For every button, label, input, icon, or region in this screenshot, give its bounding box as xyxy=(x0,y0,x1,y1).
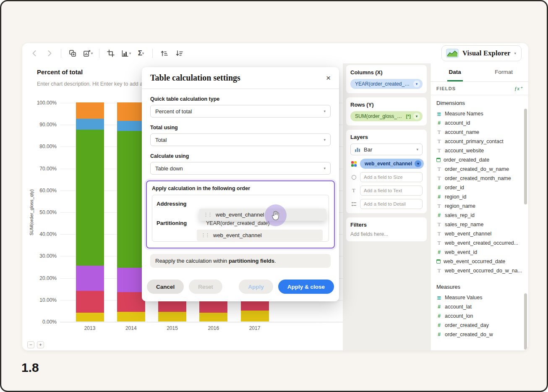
measures-section-title: Measures xyxy=(436,284,522,290)
duplicate-chart-button[interactable] xyxy=(67,47,78,60)
bar-segment-red[interactable] xyxy=(76,291,104,313)
field-item[interactable]: order_created_month_name xyxy=(431,174,528,183)
bar-segment-orange[interactable] xyxy=(76,102,104,119)
bar-segment-green[interactable] xyxy=(117,131,145,268)
field-item[interactable]: sales_rep_id xyxy=(431,211,528,220)
y-tick-label: 0.00% xyxy=(30,319,57,325)
field-item[interactable]: web_event_occurred_date xyxy=(431,257,528,266)
aggregate-button[interactable]: Σ xyxy=(136,47,146,60)
size-field-dropzone[interactable]: Add a field to Size xyxy=(360,172,423,182)
filters-shelf: Filters Add fields here... xyxy=(346,217,427,241)
field-item[interactable]: order_created_do_w_name xyxy=(431,165,528,174)
remove-chart-icon xyxy=(83,49,91,57)
rows-pill[interactable]: SUM(order_gloss_qty) [*] xyxy=(350,111,423,121)
bar-2013[interactable] xyxy=(76,102,104,321)
field-item[interactable]: order_created_date xyxy=(431,155,528,165)
chart-title[interactable]: Percent of total xyxy=(37,68,83,76)
columns-pill[interactable]: YEAR(order_created_date) xyxy=(350,79,423,89)
color-field-pill[interactable]: web_event_channel xyxy=(360,159,424,169)
cancel-button[interactable]: Cancel xyxy=(147,280,184,294)
field-item[interactable]: order_created_do_w xyxy=(431,330,528,339)
bar-segment-blue[interactable] xyxy=(76,119,104,130)
bar-segment-green[interactable] xyxy=(76,130,104,266)
mark-type-select[interactable]: Bar xyxy=(350,144,423,155)
bar-segment-blue[interactable] xyxy=(117,121,145,131)
x-tick-label: 2017 xyxy=(241,325,269,331)
drag-handle-icon[interactable]: ⋮⋮ xyxy=(204,212,212,217)
chevron-down-icon xyxy=(91,52,93,55)
field-item[interactable]: web_event_channel xyxy=(431,229,528,238)
bar-segment-orange[interactable] xyxy=(117,102,145,121)
bar-segment-yellow[interactable] xyxy=(76,313,104,321)
x-tick-label: 2013 xyxy=(76,325,104,331)
forward-button[interactable] xyxy=(44,47,55,60)
sort-descending-button[interactable] xyxy=(174,47,185,60)
field-item[interactable]: region_id xyxy=(431,192,528,201)
zoom-in-button[interactable]: + xyxy=(37,341,44,348)
partitioning-item[interactable]: ⋮⋮ web_event_channel xyxy=(197,230,323,241)
text-field-dropzone[interactable]: Add a field to Text xyxy=(360,186,423,196)
field-item[interactable]: region_name xyxy=(431,201,528,211)
field-item[interactable]: account_id xyxy=(431,118,528,128)
field-item[interactable]: account_primary_contact xyxy=(431,137,528,146)
remove-chart-button[interactable] xyxy=(82,47,93,60)
select-dropdown[interactable]: Table down xyxy=(150,162,331,175)
field-item[interactable]: web_event_occurred_do_w_na... xyxy=(431,266,528,275)
field-item[interactable]: account_lon xyxy=(431,311,528,321)
drag-handle-icon[interactable]: ⋮⋮ xyxy=(201,233,209,238)
fields-panel: Data Format FIELDS ƒx⁺ Dimensions Measur… xyxy=(430,63,528,350)
bar-segment-yellow[interactable] xyxy=(199,313,227,321)
pill-menu-button[interactable] xyxy=(413,113,420,120)
field-item[interactable]: Measure Names xyxy=(431,109,528,118)
field-item[interactable]: account_name xyxy=(431,128,528,137)
field-item[interactable]: web_event_created_occurred... xyxy=(431,238,528,248)
field-label: account_lon xyxy=(445,313,473,319)
bar-segment-red[interactable] xyxy=(117,292,145,312)
field-item[interactable]: account_lat xyxy=(431,302,528,311)
select-dropdown[interactable]: Percent of total xyxy=(150,105,331,118)
axis-style-button[interactable] xyxy=(120,47,131,60)
field-label: Measure Values xyxy=(445,295,482,301)
field-label: region_id xyxy=(445,194,466,200)
field-type-icon xyxy=(436,129,442,136)
field-item[interactable]: order_created_day xyxy=(431,321,528,330)
field-item[interactable]: order_id xyxy=(431,183,528,192)
order-box: Addressing Partitioning YEAR(order_creat… xyxy=(152,195,329,242)
field-item[interactable]: Measure Values xyxy=(431,293,528,302)
panel-tab[interactable]: Format xyxy=(480,63,529,81)
chart-description-placeholder[interactable]: Enter chart description. Hit Enter key t… xyxy=(37,81,146,87)
pill-menu-button[interactable] xyxy=(415,160,421,167)
field-item[interactable]: sales_rep_name xyxy=(431,220,528,229)
back-button[interactable] xyxy=(29,47,40,60)
bar-segment-purple[interactable] xyxy=(117,268,145,292)
scrollbar-thumb[interactable] xyxy=(524,109,527,204)
bar-segment-purple[interactable] xyxy=(76,266,104,291)
bar-segment-yellow[interactable] xyxy=(158,312,186,321)
bar-2014[interactable] xyxy=(117,102,145,321)
field-label: order_id xyxy=(445,185,464,191)
apply-button[interactable]: Apply xyxy=(239,280,273,294)
dragging-item[interactable]: ⋮⋮ web_event_channel xyxy=(199,209,326,221)
detail-field-dropzone[interactable]: Add a field to Detail xyxy=(360,199,423,209)
panel-tab[interactable]: Data xyxy=(431,63,480,81)
crop-button[interactable] xyxy=(105,47,116,60)
partitioning-field[interactable]: YEAR(order_created_date) xyxy=(206,220,269,226)
bar-segment-yellow[interactable] xyxy=(117,312,145,321)
close-icon[interactable]: × xyxy=(326,74,331,82)
bar-segment-yellow[interactable] xyxy=(241,311,269,321)
reset-button[interactable]: Reset xyxy=(189,280,222,294)
filters-dropzone[interactable]: Add fields here... xyxy=(350,231,423,237)
field-item[interactable]: web_event_id xyxy=(431,248,528,257)
apply-and-close-button[interactable]: Apply & close xyxy=(278,280,334,294)
field-label: order_created_do_w_name xyxy=(445,166,509,172)
field-item[interactable]: account_website xyxy=(431,146,528,155)
zoom-out-button[interactable]: − xyxy=(27,341,34,348)
scrollbar-thumb[interactable] xyxy=(524,293,527,350)
rows-shelf-title: Rows (Y) xyxy=(350,102,423,108)
add-calculated-field-icon[interactable]: ƒx⁺ xyxy=(514,85,522,92)
visual-explorer-badge[interactable]: Visual Explorer xyxy=(441,45,522,61)
select-dropdown[interactable]: Total xyxy=(150,133,331,146)
pill-menu-button[interactable] xyxy=(413,81,420,87)
sort-ascending-button[interactable] xyxy=(159,47,170,60)
y-tick-label: 70.00% xyxy=(30,166,57,172)
